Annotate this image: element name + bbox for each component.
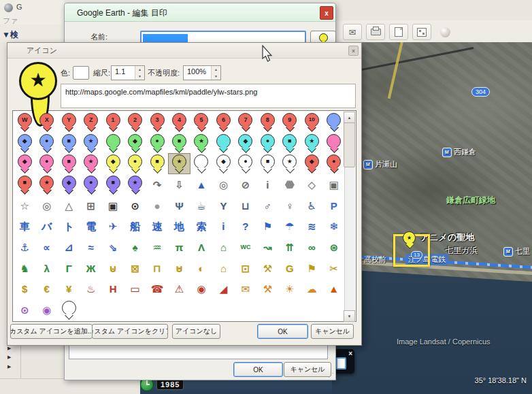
popup-close-icon[interactable]: × xyxy=(348,350,352,357)
icon-golf[interactable]: Γ xyxy=(58,258,80,279)
spin-up-icon[interactable]: ▲ xyxy=(135,66,144,73)
icon-blu-diamond[interactable]: ◆ xyxy=(14,133,35,154)
icon-star[interactable]: ☆ xyxy=(14,195,35,216)
icon-coffee[interactable]: ☕ xyxy=(190,195,212,216)
edit-placemark-titlebar[interactable]: Google Earth - 編集 目印 xyxy=(65,3,335,22)
planet-button[interactable] xyxy=(435,24,454,40)
icon-salon[interactable]: ✂ xyxy=(323,258,345,279)
icon-message[interactable]: ✉ xyxy=(235,279,256,300)
icon-hikers[interactable]: ⇈ xyxy=(279,237,301,258)
icon-ylw-square[interactable]: ■ xyxy=(146,153,168,174)
save-image-button[interactable] xyxy=(389,24,408,40)
icon-target[interactable]: ◎ xyxy=(35,195,57,216)
icon-pink-diamond[interactable]: ◆ xyxy=(14,153,35,174)
icon-shopping[interactable]: ⊎ xyxy=(102,258,124,279)
icon-paddle-y[interactable]: Y xyxy=(58,112,80,133)
icon-wht-circle[interactable]: ● xyxy=(235,153,256,174)
icon-running[interactable]: λ xyxy=(35,258,57,279)
icon-sports[interactable]: Ж xyxy=(80,258,101,279)
icon-pink-circle[interactable]: ● xyxy=(35,153,57,174)
icon-parks[interactable]: ♠ xyxy=(124,237,146,258)
icon-grn-stars[interactable]: ★ xyxy=(190,133,212,154)
color-swatch-button[interactable] xyxy=(73,66,89,80)
close-button[interactable]: x xyxy=(320,6,333,20)
scrollbar-thumb[interactable] xyxy=(344,122,355,167)
icon-paddle-8[interactable]: 8 xyxy=(256,112,278,133)
icon-sailing[interactable]: ⊿ xyxy=(58,237,80,258)
icon-snowflake[interactable]: ❄ xyxy=(323,216,345,237)
icon-shaded-dot[interactable]: ▣ xyxy=(102,195,124,216)
icon-cancel-button[interactable]: キャンセル xyxy=(311,324,354,339)
icon-cabs[interactable]: 車 xyxy=(14,216,35,237)
icon-url-input[interactable]: http://maps.google.com/mapfiles/kml/padd… xyxy=(61,84,356,108)
resize-grip[interactable]: ⋰ xyxy=(328,372,333,378)
icon-snack-bar[interactable]: ⊔ xyxy=(235,195,256,216)
icon-red-square[interactable]: ■ xyxy=(14,174,35,195)
icon-sunny[interactable]: ☀ xyxy=(279,279,301,300)
icon-falling-rocks[interactable]: ◢ xyxy=(212,279,234,300)
icon-square-icon[interactable]: ▣ xyxy=(323,174,345,195)
icon-wht-stars[interactable]: ★ xyxy=(279,153,301,174)
icon-construction[interactable]: ⚒ xyxy=(256,279,278,300)
icon-movies[interactable]: ⊠ xyxy=(124,258,146,279)
icon-grn-circle[interactable]: ● xyxy=(146,133,168,154)
spin-up-icon[interactable]: ▲ xyxy=(212,66,220,73)
icon-bar[interactable]: Y xyxy=(212,195,234,216)
icon-paddle-6[interactable]: 6 xyxy=(212,112,234,133)
no-icon-button[interactable]: アイコンなし xyxy=(172,324,220,339)
icon-motorcycling[interactable]: ⊛ xyxy=(323,237,345,258)
icon-blank-pin[interactable] xyxy=(58,299,80,321)
icon-ylw-diamond[interactable]: ◆ xyxy=(102,153,124,174)
icon-paddle-z[interactable]: Z xyxy=(80,112,101,133)
icon-rapids[interactable]: ♒ xyxy=(146,237,168,258)
scroll-down-icon[interactable]: ▼ xyxy=(344,310,355,322)
icon-open-diamond[interactable]: ◇ xyxy=(301,174,322,195)
icon-forbidden[interactable]: ⊘ xyxy=(235,174,256,195)
icon-electronics[interactable]: ⊡ xyxy=(235,258,256,279)
icon-ylw-circle[interactable]: ● xyxy=(124,153,146,174)
cancel-button[interactable]: キャンセル xyxy=(284,362,331,377)
icon-polygon[interactable] xyxy=(279,174,301,195)
icon-swimming[interactable]: ≈ xyxy=(80,237,101,258)
icon-webcam[interactable]: ◉ xyxy=(35,299,57,321)
icon-arts[interactable]: ◐ xyxy=(190,258,212,279)
icon-paddle-blu-blank[interactable] xyxy=(323,112,345,133)
tree-expander-icon[interactable]: ▶ xyxy=(7,355,11,360)
icon-info-sign[interactable]: i xyxy=(256,174,278,195)
icon-cycling[interactable]: ∞ xyxy=(301,237,322,258)
icon-wht-blank[interactable] xyxy=(190,153,212,174)
add-custom-icon-button[interactable]: カスタム アイコンを追加... xyxy=(10,324,93,339)
icon-ok-button[interactable]: OK xyxy=(257,324,308,339)
placemark-pin[interactable]: ★ xyxy=(403,235,416,244)
clear-custom-icon-button[interactable]: カスタム アイコンをクリア xyxy=(92,324,168,339)
icon-donut[interactable]: ⊙ xyxy=(124,195,146,216)
ok-button[interactable]: OK xyxy=(233,362,283,377)
icon-partly-cloudy[interactable]: ☁ xyxy=(301,279,322,300)
icon-cabin[interactable]: ⌂ xyxy=(212,237,234,258)
print-button[interactable] xyxy=(366,24,385,40)
icon-ltblu-blank[interactable] xyxy=(212,133,234,154)
icon-toilets[interactable]: WC xyxy=(235,237,256,258)
icon-ltblu-square[interactable]: ■ xyxy=(279,133,301,154)
icon-track[interactable]: ▲ xyxy=(190,174,212,195)
icon-ltblu-circle[interactable]: ● xyxy=(256,133,278,154)
icon-bus[interactable]: バ xyxy=(35,216,57,237)
icon-ferry[interactable]: 船 xyxy=(124,216,146,237)
icon-truck[interactable]: ト xyxy=(58,216,80,237)
icon-horsebackriding[interactable]: ♞ xyxy=(14,258,35,279)
scale-spinner[interactable]: 1.1 ▲ ▼ xyxy=(111,65,145,80)
icon-dollar[interactable]: $ xyxy=(14,279,35,300)
icon-grn-blank[interactable] xyxy=(102,133,124,154)
icon-firedept[interactable]: ♨ xyxy=(80,279,101,300)
icon-help[interactable]: ? xyxy=(235,216,256,237)
icon-purple-stars[interactable]: ★ xyxy=(124,174,146,195)
icon-placemark[interactable]: ⊞ xyxy=(80,195,101,216)
spin-down-icon[interactable]: ▼ xyxy=(212,73,220,80)
icon-caution[interactable]: ⚠ xyxy=(168,279,190,300)
email-button[interactable]: ✉ xyxy=(343,24,362,40)
view-in-maps-button[interactable] xyxy=(412,24,431,40)
icon-euro[interactable]: € xyxy=(35,279,57,300)
icon-waterski[interactable]: ⇘ xyxy=(102,237,124,258)
icon-woman[interactable]: ♀ xyxy=(279,195,301,216)
icon-blu-stars[interactable]: ★ xyxy=(80,133,101,154)
